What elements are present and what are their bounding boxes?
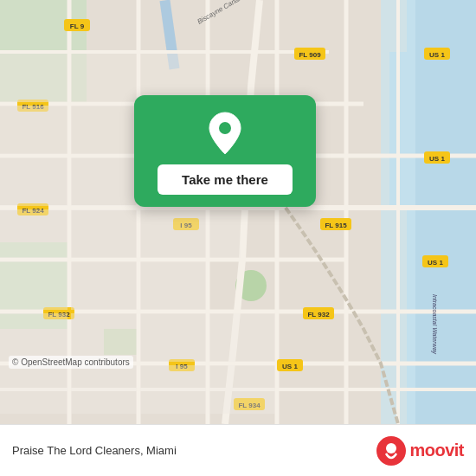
moovit-brand-text: moovit <box>409 441 464 460</box>
svg-text:FL 9: FL 9 <box>70 23 85 30</box>
svg-text:US 1: US 1 <box>282 363 298 370</box>
svg-text:US 1: US 1 <box>429 51 445 59</box>
svg-rect-74 <box>0 365 68 414</box>
svg-rect-71 <box>71 313 137 362</box>
map-copyright: © OpenStreetMap contributors <box>9 356 133 369</box>
svg-text:Intracoastal Waterway: Intracoastal Waterway <box>431 294 438 355</box>
place-name-label: Praise The Lord Cleaners, Miami <box>12 444 177 457</box>
svg-rect-65 <box>140 209 206 258</box>
svg-rect-56 <box>71 106 137 154</box>
svg-rect-66 <box>209 209 241 258</box>
svg-text:US 1: US 1 <box>428 259 443 267</box>
map-view: FL 9 FL 909 FL 916 US 1 FL 924 I 95 FL 9… <box>0 0 476 424</box>
svg-rect-68 <box>71 261 137 310</box>
svg-rect-73 <box>209 313 275 362</box>
svg-rect-72 <box>140 313 206 362</box>
svg-rect-70 <box>0 313 68 362</box>
take-me-there-button[interactable]: Take me there <box>158 164 293 195</box>
svg-rect-77 <box>209 365 275 414</box>
popup-card: Take me there <box>134 95 316 207</box>
svg-rect-64 <box>71 209 137 258</box>
svg-rect-69 <box>140 261 206 310</box>
svg-rect-55 <box>0 106 68 154</box>
svg-rect-67 <box>0 261 68 310</box>
location-pin-icon <box>203 111 248 156</box>
svg-text:FL 915: FL 915 <box>325 222 347 229</box>
svg-rect-63 <box>0 209 68 258</box>
svg-text:FL 909: FL 909 <box>299 51 321 59</box>
svg-point-80 <box>386 443 396 453</box>
svg-rect-60 <box>71 158 137 206</box>
bottom-bar: Praise The Lord Cleaners, Miami moovit <box>0 424 476 476</box>
svg-rect-59 <box>0 158 68 206</box>
svg-rect-75 <box>71 365 137 414</box>
moovit-icon <box>376 436 406 466</box>
svg-rect-54 <box>71 54 137 102</box>
svg-rect-53 <box>0 54 68 102</box>
moovit-logo: moovit <box>376 436 464 466</box>
svg-rect-76 <box>140 365 206 414</box>
svg-text:US 1: US 1 <box>429 155 445 163</box>
svg-text:FL 932: FL 932 <box>307 311 330 318</box>
svg-point-78 <box>219 122 231 134</box>
